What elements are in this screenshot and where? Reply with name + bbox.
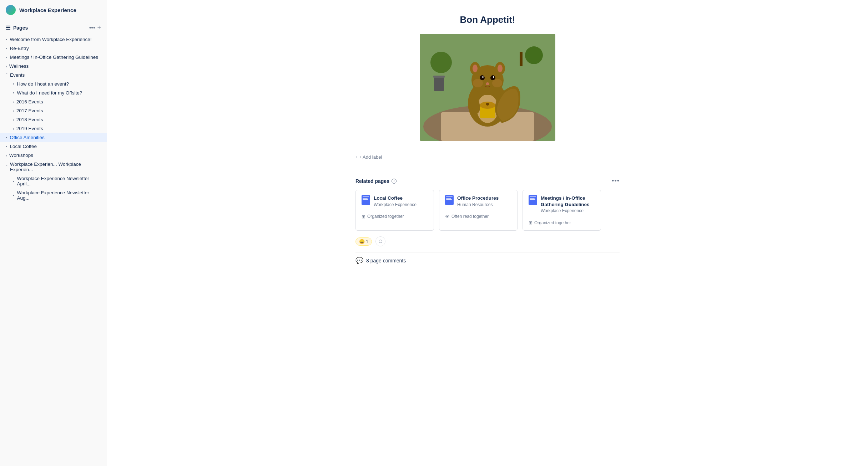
related-card-office-procedures[interactable]: Office Procedures Human Resources 👁 Ofte…: [439, 190, 518, 231]
svg-point-23: [525, 46, 543, 64]
nav-item-reentry[interactable]: • Re-Entry: [0, 44, 107, 53]
card-relation: 👁 Often read together: [445, 211, 511, 219]
bullet-icon: •: [6, 37, 7, 41]
card-text: Office Procedures Human Resources: [457, 195, 511, 207]
card-header: Local Coffee Workplace Experience: [362, 195, 428, 207]
svg-point-15: [473, 79, 483, 87]
related-cards-container: Local Coffee Workplace Experience ⊞ Orga…: [355, 190, 620, 231]
nav-item-newsletter-aug[interactable]: • Workplace Experience Newsletter Aug...: [0, 188, 107, 203]
svg-point-14: [486, 82, 489, 85]
organized-icon: ⊞: [529, 220, 533, 225]
pages-list-icon: ☰: [6, 25, 10, 31]
card-relation: ⊞ Organized together: [529, 217, 595, 225]
plus-icon: +: [355, 154, 358, 160]
reaction-badge[interactable]: 😄 1: [355, 237, 372, 246]
reaction-count: 1: [366, 239, 368, 244]
nav-item-host-event[interactable]: • How do I host an event?: [0, 80, 107, 88]
card-space-name: Human Resources: [457, 202, 511, 207]
nav-item-workshops[interactable]: › Workshops: [0, 151, 107, 160]
chevron-down-icon: ˅: [6, 73, 8, 77]
chevron-right-icon: ›: [13, 118, 14, 122]
card-header: Office Procedures Human Resources: [445, 195, 511, 207]
bullet-icon: •: [13, 194, 14, 198]
pages-actions[interactable]: ••• +: [89, 24, 101, 31]
reaction-emoji: 😄: [359, 239, 365, 244]
nav-item-workplace-exp[interactable]: ˅ Workplace Experien... Workplace Experi…: [0, 160, 107, 174]
nav-item-events[interactable]: ˅ Events: [0, 71, 107, 80]
card-page-name: Local Coffee: [374, 195, 428, 201]
workspace-logo: [6, 5, 16, 15]
sidebar: Workplace Experience ☰ Pages ••• + • Wel…: [0, 0, 107, 466]
chevron-right-icon: ›: [13, 100, 14, 104]
comments-row[interactable]: 💬 8 page comments: [355, 252, 620, 269]
workspace-title: Workplace Experience: [19, 7, 76, 13]
svg-rect-26: [433, 76, 445, 78]
add-reaction-button[interactable]: ☺: [375, 236, 385, 246]
card-header: Meetings / In-Office Gathering Guideline…: [529, 195, 595, 213]
related-card-local-coffee[interactable]: Local Coffee Workplace Experience ⊞ Orga…: [355, 190, 434, 231]
pages-more-icon[interactable]: •••: [89, 25, 95, 31]
card-relation: ⊞ Organized together: [362, 211, 428, 219]
read-icon: 👁: [445, 214, 450, 219]
svg-rect-24: [520, 52, 523, 66]
svg-point-22: [430, 52, 452, 73]
doc-icon: [445, 195, 454, 205]
doc-icon: [362, 195, 370, 205]
svg-point-21: [486, 103, 489, 106]
nav-item-local-coffee[interactable]: • Local Coffee: [0, 142, 107, 151]
related-pages-more-button[interactable]: •••: [612, 177, 620, 185]
card-space-name: Workplace Experience: [541, 208, 595, 213]
hero-image: [420, 34, 555, 141]
nav-item-office-amenities[interactable]: • Office Amenities: [0, 133, 107, 142]
chevron-right-icon: ›: [6, 64, 7, 68]
chevron-right-icon: ›: [13, 127, 14, 131]
nav-item-meetings[interactable]: • Meetings / In-Office Gathering Guideli…: [0, 53, 107, 62]
nav-item-offsite[interactable]: • What do I need for my Offsite?: [0, 88, 107, 97]
related-pages-section: Related pages i ••• Local Coffe: [355, 170, 620, 231]
pages-add-icon[interactable]: +: [97, 24, 101, 31]
add-label-button[interactable]: + + Add label: [355, 152, 620, 163]
nav-item-2019[interactable]: › 2019 Events: [0, 124, 107, 133]
bullet-icon: •: [6, 135, 7, 139]
related-pages-title: Related pages i: [355, 178, 397, 184]
svg-point-12: [482, 76, 484, 78]
svg-rect-25: [434, 77, 444, 91]
card-text: Meetings / In-Office Gathering Guideline…: [541, 195, 595, 213]
svg-point-16: [492, 79, 502, 87]
svg-point-9: [498, 65, 503, 72]
nav-item-welcome[interactable]: • Welcome from Workplace Experience!: [0, 35, 107, 44]
bullet-icon: •: [6, 144, 7, 148]
card-page-name: Meetings / In-Office Gathering Guideline…: [541, 195, 595, 208]
reactions-row: 😄 1 ☺: [355, 231, 620, 252]
nav-item-newsletter-april[interactable]: • Workplace Experience Newsletter April.…: [0, 174, 107, 188]
chevron-down-icon: ˅: [6, 165, 8, 169]
bullet-icon: •: [6, 46, 7, 50]
bullet-icon: •: [13, 179, 14, 183]
comments-label: 8 page comments: [366, 258, 406, 263]
nav-item-2017[interactable]: › 2017 Events: [0, 106, 107, 115]
chevron-right-icon: ›: [13, 109, 14, 113]
svg-point-13: [493, 76, 494, 78]
page-title: Bon Appetit!: [355, 14, 620, 25]
card-space-name: Workplace Experience: [374, 202, 428, 207]
organized-icon: ⊞: [362, 214, 365, 219]
card-text: Local Coffee Workplace Experience: [374, 195, 428, 207]
info-icon[interactable]: i: [392, 179, 397, 184]
chevron-right-icon: ›: [6, 153, 7, 158]
related-card-meetings[interactable]: Meetings / In-Office Gathering Guideline…: [523, 190, 601, 231]
card-page-name: Office Procedures: [457, 195, 511, 201]
bullet-icon: •: [6, 55, 7, 59]
bullet-icon: •: [13, 82, 14, 86]
nav-item-wellness[interactable]: › Wellness: [0, 62, 107, 71]
sidebar-header: Workplace Experience: [0, 0, 107, 20]
bullet-icon: •: [13, 91, 14, 95]
doc-icon: [529, 195, 537, 205]
nav-item-2016[interactable]: › 2016 Events: [0, 97, 107, 106]
pages-label: ☰ Pages: [6, 25, 28, 31]
smiley-icon: ☺: [378, 238, 383, 245]
svg-point-7: [473, 65, 478, 72]
related-pages-header: Related pages i •••: [355, 177, 620, 185]
nav-item-2018[interactable]: › 2018 Events: [0, 115, 107, 124]
main-content: Bon Appetit!: [107, 0, 868, 466]
pages-section-header: ☰ Pages ••• +: [0, 20, 107, 35]
